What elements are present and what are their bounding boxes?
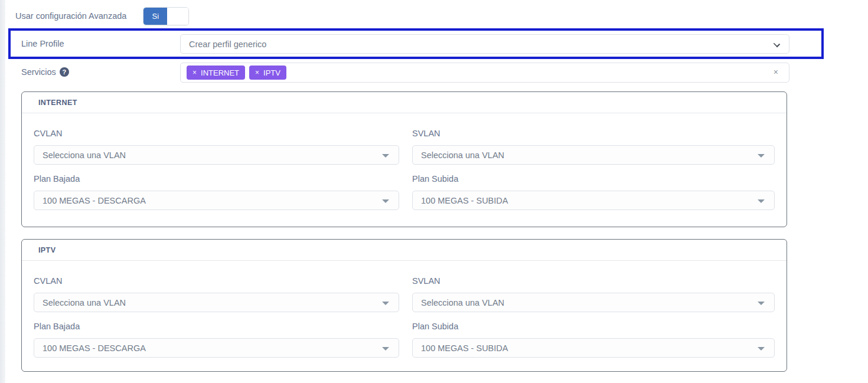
plan-subida-label: Plan Subida xyxy=(412,322,775,331)
chevron-down-icon xyxy=(774,41,780,47)
field-svlan: SVLAN Selecciona una VLAN xyxy=(412,276,775,312)
internet-card: INTERNET CVLAN Selecciona una VLAN SVLAN… xyxy=(21,91,787,227)
plan-bajada-select[interactable]: 100 MEGAS - DESCARGA xyxy=(34,338,399,358)
caret-down-icon xyxy=(382,302,389,305)
tag-label: IPTV xyxy=(263,68,280,77)
form-page: Usar configuración Avanzada Si Line Prof… xyxy=(0,0,868,383)
internet-card-header: INTERNET xyxy=(22,92,787,113)
field-grid: Plan Bajada 100 MEGAS - DESCARGA Plan Su… xyxy=(34,322,775,358)
svlan-label: SVLAN xyxy=(412,276,775,286)
servicios-label-text: Servicios xyxy=(21,67,56,77)
tag-internet: × INTERNET xyxy=(187,66,245,80)
field-plan-subida: Plan Subida 100 MEGAS - SUBIDA xyxy=(412,322,775,358)
caret-down-icon xyxy=(758,347,765,351)
svlan-select-value: Selecciona una VLAN xyxy=(421,150,504,160)
page-edge-strip xyxy=(0,0,5,383)
field-plan-bajada: Plan Bajada 100 MEGAS - DESCARGA xyxy=(34,174,399,210)
iptv-card-header: IPTV xyxy=(22,240,787,261)
plan-subida-select-value: 100 MEGAS - SUBIDA xyxy=(421,343,508,353)
plan-bajada-label: Plan Bajada xyxy=(34,322,399,331)
line-profile-label: Line Profile xyxy=(21,39,64,48)
servicios-multiselect[interactable]: × INTERNET × IPTV × xyxy=(180,63,789,83)
field-cvlan: CVLAN Selecciona una VLAN xyxy=(34,276,399,312)
advanced-config-row: Usar configuración Avanzada Si xyxy=(15,6,189,25)
tag-iptv: × IPTV xyxy=(249,66,286,80)
help-icon[interactable]: ? xyxy=(60,67,69,77)
remove-tag-icon[interactable]: × xyxy=(255,68,259,77)
servicios-row: Servicios ? × INTERNET × IPTV × xyxy=(21,63,821,83)
iptv-card-body: CVLAN Selecciona una VLAN SVLAN Seleccio… xyxy=(22,261,787,358)
cvlan-select[interactable]: Selecciona una VLAN xyxy=(34,293,399,312)
line-profile-row: Line Profile Crear perfil generico xyxy=(8,28,824,59)
cvlan-select[interactable]: Selecciona una VLAN xyxy=(34,145,399,165)
svlan-select[interactable]: Selecciona una VLAN xyxy=(412,145,775,165)
servicios-label: Servicios ? xyxy=(21,67,69,77)
tag-label: INTERNET xyxy=(201,68,239,77)
caret-down-icon xyxy=(758,199,765,203)
plan-bajada-select-value: 100 MEGAS - DESCARGA xyxy=(43,196,146,205)
clear-selection-icon[interactable]: × xyxy=(774,68,778,76)
iptv-card: IPTV CVLAN Selecciona una VLAN SVLAN Sel… xyxy=(21,239,787,372)
cvlan-label: CVLAN xyxy=(34,129,399,138)
plan-subida-select[interactable]: 100 MEGAS - SUBIDA xyxy=(412,338,775,358)
plan-subida-select-value: 100 MEGAS - SUBIDA xyxy=(421,196,508,205)
svlan-select[interactable]: Selecciona una VLAN xyxy=(412,293,775,312)
cvlan-select-value: Selecciona una VLAN xyxy=(43,150,126,160)
svlan-select-value: Selecciona una VLAN xyxy=(421,298,504,307)
field-plan-bajada: Plan Bajada 100 MEGAS - DESCARGA xyxy=(34,322,399,358)
cvlan-label: CVLAN xyxy=(34,276,399,286)
line-profile-select[interactable]: Crear perfil generico xyxy=(180,34,789,54)
plan-bajada-select[interactable]: 100 MEGAS - DESCARGA xyxy=(34,191,399,210)
field-grid: CVLAN Selecciona una VLAN SVLAN Seleccio… xyxy=(34,129,775,165)
plan-bajada-label: Plan Bajada xyxy=(34,174,399,184)
field-svlan: SVLAN Selecciona una VLAN xyxy=(412,129,775,165)
internet-card-title: INTERNET xyxy=(38,99,77,107)
caret-down-icon xyxy=(758,154,765,158)
remove-tag-icon[interactable]: × xyxy=(192,68,197,77)
field-plan-subida: Plan Subida 100 MEGAS - SUBIDA xyxy=(412,174,775,210)
field-cvlan: CVLAN Selecciona una VLAN xyxy=(34,129,399,165)
caret-down-icon xyxy=(382,154,389,158)
svlan-label: SVLAN xyxy=(412,129,775,138)
plan-subida-label: Plan Subida xyxy=(412,174,775,184)
toggle-on-segment[interactable]: Si xyxy=(143,8,167,25)
cvlan-select-value: Selecciona una VLAN xyxy=(43,298,126,307)
field-grid: Plan Bajada 100 MEGAS - DESCARGA Plan Su… xyxy=(34,174,775,210)
caret-down-icon xyxy=(382,347,389,351)
internet-card-body: CVLAN Selecciona una VLAN SVLAN Seleccio… xyxy=(22,113,787,210)
caret-down-icon xyxy=(382,199,389,203)
plan-bajada-select-value: 100 MEGAS - DESCARGA xyxy=(43,343,146,353)
iptv-card-title: IPTV xyxy=(38,246,56,254)
plan-subida-select[interactable]: 100 MEGAS - SUBIDA xyxy=(412,191,775,210)
toggle-off-segment[interactable] xyxy=(167,8,188,25)
line-profile-selected-value: Crear perfil generico xyxy=(189,40,266,49)
advanced-config-label: Usar configuración Avanzada xyxy=(15,11,126,21)
field-grid: CVLAN Selecciona una VLAN SVLAN Seleccio… xyxy=(34,276,775,312)
caret-down-icon xyxy=(758,302,765,305)
advanced-config-toggle[interactable]: Si xyxy=(143,7,189,25)
